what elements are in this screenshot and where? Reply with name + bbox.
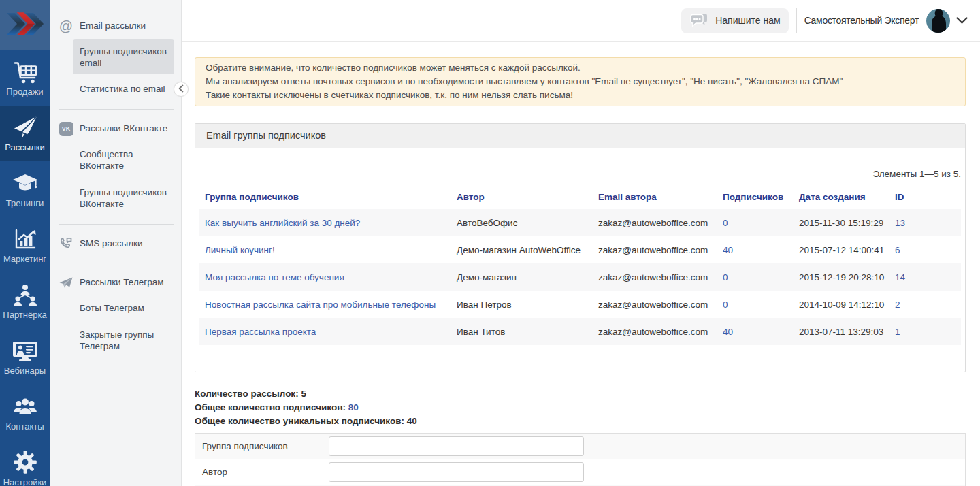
cell-group-link[interactable]: Первая рассылка проекта xyxy=(205,327,316,337)
sidebar-item-label: Контакты xyxy=(5,422,44,432)
menu-item-label: Рассылки Телеграм xyxy=(80,277,164,287)
user-menu[interactable]: Самостоятельный Эксперт xyxy=(804,9,968,33)
cell-email: zakaz@autoweboffice.com xyxy=(593,236,717,263)
menu-item-label: Статистика по email xyxy=(80,84,165,94)
panel-body: Элементы 1—5 из 5. Группа подписчиков Ав… xyxy=(195,169,965,372)
cell-subscribers-link[interactable]: 40 xyxy=(723,245,733,255)
cell-group-link[interactable]: Как выучить английский за 30 дней? xyxy=(205,218,360,228)
panel-title: Email группы подписчиков xyxy=(195,124,965,148)
chevron-left-icon xyxy=(178,84,184,95)
table-row: Первая рассылка проектаИван Титовzakaz@a… xyxy=(199,318,961,345)
user-name: Самостоятельный Эксперт xyxy=(804,15,919,26)
sidebar-item-label: Тренинги xyxy=(6,199,44,208)
sidebar-item-3[interactable]: Тренинги xyxy=(0,161,50,217)
filter-row: Автор xyxy=(195,459,966,485)
contact-us-button[interactable]: Напишите нам xyxy=(681,8,788,33)
menu-item[interactable]: Статистика по email xyxy=(50,76,181,102)
at-icon: @ xyxy=(59,18,74,33)
summary-label: Общее количество подписчиков: xyxy=(195,402,348,412)
cell-group: Моя рассылка по теме обучения xyxy=(199,263,451,291)
column-header-subscribers[interactable]: Подписчиков xyxy=(717,184,794,209)
app-root: Продажи Рассылки Тренинги xyxy=(0,0,980,486)
sidebar-item-2[interactable]: Рассылки xyxy=(0,106,50,161)
menu-item[interactable]: Группы подписчиков ВКонтакте xyxy=(50,179,181,217)
cell-email: zakaz@autoweboffice.com xyxy=(593,291,717,318)
cell-subscribers: 0 xyxy=(717,209,794,236)
menu-item[interactable]: Группы подписчиков email xyxy=(73,39,174,74)
chat-bubbles-icon xyxy=(689,12,708,30)
totals-summary: Количество рассылок: 5Общее количество п… xyxy=(195,387,966,428)
people-group-icon xyxy=(11,393,39,419)
cell-id-link[interactable]: 13 xyxy=(895,218,905,228)
cell-created: 2013-07-11 13:29:03 xyxy=(794,318,889,345)
sms-phone-icon xyxy=(59,236,74,251)
menu-item-label: Закрытые группы Телеграм xyxy=(80,329,154,351)
sidebar-item-7[interactable]: Контакты xyxy=(0,385,50,440)
column-header-email[interactable]: Email автора xyxy=(593,184,717,209)
cell-subscribers: 40 xyxy=(717,318,794,345)
menu-item[interactable]: Закрытые группы Телеграм xyxy=(50,321,181,359)
cell-subscribers-link[interactable]: 0 xyxy=(723,299,728,310)
page-content: Обратите внимание, что количество подпис… xyxy=(182,42,980,486)
filter-label: Группа подписчиков xyxy=(195,434,325,459)
filter-input[interactable] xyxy=(329,436,584,456)
column-header-group[interactable]: Группа подписчиков xyxy=(199,184,451,209)
sidebar-item-4[interactable]: Маркетинг xyxy=(0,217,50,273)
cell-id-link[interactable]: 1 xyxy=(895,327,900,337)
notice-line: Такие контакты исключены в счетчиках под… xyxy=(206,88,955,102)
summary-line: Общее количество подписчиков: 80 xyxy=(195,401,966,415)
column-header-created[interactable]: Дата создания xyxy=(794,184,889,209)
summary-line: Общее количество уникальных подписчиков:… xyxy=(195,415,966,428)
filter-row: Группа подписчиков xyxy=(195,434,966,459)
filter-input-cell xyxy=(325,434,966,459)
menu-item-label: Рассылки ВКонтакте xyxy=(80,123,167,133)
paper-plane-icon xyxy=(12,114,39,140)
cell-group-link[interactable]: Новостная рассылка сайта про мобильные т… xyxy=(205,299,436,310)
column-header-author[interactable]: Автор xyxy=(451,184,593,209)
summary-value: 40 xyxy=(407,416,417,426)
cell-id: 2 xyxy=(889,291,961,318)
notice-line: Обратите внимание, что количество подпис… xyxy=(206,61,955,75)
sidebar-item-label: Рассылки xyxy=(5,143,44,152)
sidebar-collapse-button[interactable] xyxy=(174,82,189,97)
menu-divider xyxy=(59,109,174,110)
menu-item[interactable]: Боты Телеграм xyxy=(50,295,181,321)
sidebar-item-8[interactable]: Настройки xyxy=(0,440,50,486)
summary-value-link[interactable]: 80 xyxy=(348,402,359,412)
chevron-down-icon xyxy=(956,17,968,25)
table-row: Личный коучинг!Демо-магазин AutoWebOffic… xyxy=(199,236,961,263)
sidebar-item-6[interactable]: Вебинары xyxy=(0,329,50,385)
cell-group-link[interactable]: Личный коучинг! xyxy=(205,245,275,255)
topbar-divider xyxy=(796,8,797,33)
sidebar-item-5[interactable]: Партнёрка xyxy=(0,273,50,329)
cell-group: Первая рассылка проекта xyxy=(199,318,451,345)
menu-item[interactable]: VKРассылки ВКонтакте xyxy=(50,116,181,141)
menu-item[interactable]: Рассылки Телеграм xyxy=(50,270,181,295)
vk-icon: VK xyxy=(59,121,74,136)
menu-item[interactable]: @Email рассылки xyxy=(50,14,181,38)
cell-group-link[interactable]: Моя рассылка по теме обучения xyxy=(205,272,344,282)
cell-id-link[interactable]: 2 xyxy=(895,299,900,310)
cell-subscribers-link[interactable]: 0 xyxy=(723,218,728,228)
menu-item-label: Группы подписчиков email xyxy=(80,46,167,68)
app-logo[interactable] xyxy=(0,0,50,50)
cell-author: АвтоВебОфис xyxy=(451,209,593,236)
menu-item[interactable]: Сообщества ВКонтакте xyxy=(50,141,181,179)
filter-input-cell xyxy=(325,459,966,485)
cell-id-link[interactable]: 14 xyxy=(895,272,905,282)
table-body: Как выучить английский за 30 дней?АвтоВе… xyxy=(199,209,961,345)
cell-id-link[interactable]: 6 xyxy=(895,245,900,255)
cell-subscribers: 0 xyxy=(717,263,794,291)
filter-input[interactable] xyxy=(329,462,584,482)
cell-created: 2015-11-30 15:19:29 xyxy=(794,209,889,236)
sidebar-item-1[interactable]: Продажи xyxy=(0,50,50,106)
menu-item[interactable]: SMS рассылки xyxy=(50,231,181,256)
menu-item-label: Боты Телеграм xyxy=(80,303,144,313)
cell-subscribers-link[interactable]: 40 xyxy=(723,327,733,337)
cell-group: Личный коучинг! xyxy=(199,236,451,263)
cell-subscribers-link[interactable]: 0 xyxy=(723,272,728,282)
column-header-id[interactable]: ID xyxy=(889,184,961,209)
cell-created: 2015-12-19 20:28:10 xyxy=(794,263,889,291)
email-groups-panel: Email группы подписчиков Элементы 1—5 из… xyxy=(195,123,966,372)
sidebar-item-label: Маркетинг xyxy=(3,255,46,264)
